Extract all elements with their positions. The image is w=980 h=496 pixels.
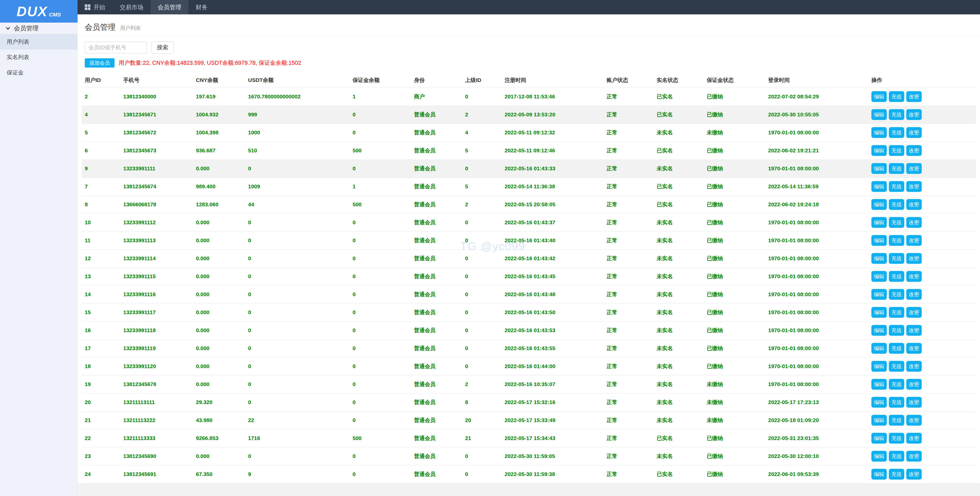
cell-deposit_status: 已缴纳 — [704, 447, 765, 465]
change-password-button[interactable]: 改密 — [906, 109, 922, 120]
edit-button[interactable]: 编辑 — [871, 163, 887, 174]
recharge-button[interactable]: 充值 — [889, 451, 904, 462]
edit-button[interactable]: 编辑 — [871, 361, 887, 372]
recharge-button[interactable]: 充值 — [889, 109, 904, 120]
edit-button[interactable]: 编辑 — [871, 469, 887, 480]
cell-parent: 0 — [462, 159, 501, 178]
recharge-button[interactable]: 充值 — [889, 289, 904, 300]
recharge-button[interactable]: 充值 — [889, 397, 904, 408]
cell-parent: 0 — [462, 447, 501, 465]
edit-button[interactable]: 编辑 — [871, 451, 887, 462]
change-password-button[interactable]: 改密 — [906, 127, 922, 138]
recharge-button[interactable]: 充值 — [889, 433, 904, 444]
edit-button[interactable]: 编辑 — [871, 253, 887, 264]
search-button[interactable]: 搜索 — [151, 41, 173, 54]
cell-deposit_status: 已缴纳 — [704, 339, 765, 357]
change-password-button[interactable]: 改密 — [906, 181, 922, 192]
edit-button[interactable]: 编辑 — [871, 235, 887, 246]
edit-button[interactable]: 编辑 — [871, 397, 887, 408]
header-row: 用户ID手机号CNY余额USDT余额保证金余额身份上级ID注册时间账户状态实名状… — [82, 73, 976, 87]
search-input[interactable] — [85, 41, 147, 53]
cell-account_status: 正常 — [603, 393, 654, 411]
recharge-button[interactable]: 充值 — [889, 379, 904, 389]
change-password-button[interactable]: 改密 — [906, 343, 922, 354]
change-password-button[interactable]: 改密 — [906, 361, 922, 372]
cell-uid: 11 — [82, 231, 120, 250]
cell-parent: 5 — [462, 141, 501, 159]
recharge-button[interactable]: 充值 — [889, 307, 904, 318]
change-password-button[interactable]: 改密 — [906, 433, 922, 444]
add-member-button[interactable]: 添加会员 — [85, 58, 115, 68]
recharge-button[interactable]: 充值 — [889, 217, 904, 228]
change-password-button[interactable]: 改密 — [906, 415, 922, 426]
nav-item-财务[interactable]: 财务 — [188, 0, 215, 14]
change-password-button[interactable]: 改密 — [906, 163, 922, 174]
edit-button[interactable]: 编辑 — [871, 181, 887, 192]
cell-account_status: 正常 — [603, 106, 654, 124]
recharge-button[interactable]: 充值 — [889, 235, 904, 246]
change-password-button[interactable]: 改密 — [906, 217, 922, 228]
recharge-button[interactable]: 充值 — [889, 91, 904, 102]
change-password-button[interactable]: 改密 — [906, 289, 922, 300]
recharge-button[interactable]: 充值 — [889, 325, 904, 336]
edit-button[interactable]: 编辑 — [871, 217, 887, 228]
change-password-button[interactable]: 改密 — [906, 307, 922, 318]
cell-usdt: 0 — [245, 250, 350, 267]
cell-phone: 13233991118 — [120, 321, 193, 339]
sidebar-item-实名列表[interactable]: 实名列表 — [0, 49, 77, 65]
cell-uid: 18 — [82, 357, 120, 375]
edit-button[interactable]: 编辑 — [871, 415, 887, 426]
edit-button[interactable]: 编辑 — [871, 271, 887, 282]
edit-button[interactable]: 编辑 — [871, 127, 887, 138]
recharge-button[interactable]: 充值 — [889, 199, 904, 210]
edit-button[interactable]: 编辑 — [871, 307, 887, 318]
change-password-button[interactable]: 改密 — [906, 469, 922, 480]
cell-deposit: 0 — [350, 124, 411, 141]
edit-button[interactable]: 编辑 — [871, 145, 887, 156]
change-password-button[interactable]: 改密 — [906, 271, 922, 282]
cell-uid: 7 — [82, 178, 120, 196]
edit-button[interactable]: 编辑 — [871, 91, 887, 102]
edit-button[interactable]: 编辑 — [871, 343, 887, 354]
sidebar-section-header[interactable]: 会员管理 — [0, 22, 77, 34]
cell-login: 1970-01-01 08:00:00 — [765, 321, 868, 339]
change-password-button[interactable]: 改密 — [906, 145, 922, 156]
recharge-button[interactable]: 充值 — [889, 415, 904, 426]
recharge-button[interactable]: 充值 — [889, 271, 904, 282]
cell-account_status: 正常 — [603, 285, 654, 304]
cell-phone: 13211113222 — [120, 411, 193, 429]
change-password-button[interactable]: 改密 — [906, 253, 922, 264]
cell-login: 2022-07-02 08:54:29 — [765, 87, 868, 106]
recharge-button[interactable]: 充值 — [889, 181, 904, 192]
table-row: 18132339911200.00000普通会员02022-05-16 01:4… — [82, 357, 976, 375]
cell-login: 1970-01-01 08:00:00 — [765, 159, 868, 178]
recharge-button[interactable]: 充值 — [889, 127, 904, 138]
edit-button[interactable]: 编辑 — [871, 379, 887, 389]
nav-item-会员管理[interactable]: 会员管理 — [151, 0, 188, 14]
edit-button[interactable]: 编辑 — [871, 433, 887, 444]
change-password-button[interactable]: 改密 — [906, 91, 922, 102]
recharge-button[interactable]: 充值 — [889, 253, 904, 264]
edit-button[interactable]: 编辑 — [871, 199, 887, 210]
recharge-button[interactable]: 充值 — [889, 469, 904, 480]
recharge-button[interactable]: 充值 — [889, 361, 904, 372]
change-password-button[interactable]: 改密 — [906, 397, 922, 408]
nav-item-开始[interactable]: 开始 — [78, 0, 113, 14]
sidebar-item-保证金[interactable]: 保证金 — [0, 65, 77, 80]
recharge-button[interactable]: 充值 — [889, 343, 904, 354]
change-password-button[interactable]: 改密 — [906, 451, 922, 462]
edit-button[interactable]: 编辑 — [871, 109, 887, 120]
edit-button[interactable]: 编辑 — [871, 289, 887, 300]
cell-role: 普通会员 — [411, 231, 462, 250]
edit-button[interactable]: 编辑 — [871, 325, 887, 336]
change-password-button[interactable]: 改密 — [906, 325, 922, 336]
cell-login: 1970-01-01 08:00:00 — [765, 231, 868, 250]
sidebar-item-用户列表[interactable]: 用户列表 — [0, 34, 77, 49]
change-password-button[interactable]: 改密 — [906, 199, 922, 210]
members-table: 用户ID手机号CNY余额USDT余额保证金余额身份上级ID注册时间账户状态实名状… — [82, 73, 976, 483]
nav-item-交易市场[interactable]: 交易市场 — [113, 0, 151, 14]
change-password-button[interactable]: 改密 — [906, 235, 922, 246]
recharge-button[interactable]: 充值 — [889, 145, 904, 156]
recharge-button[interactable]: 充值 — [889, 163, 904, 174]
change-password-button[interactable]: 改密 — [906, 379, 922, 389]
